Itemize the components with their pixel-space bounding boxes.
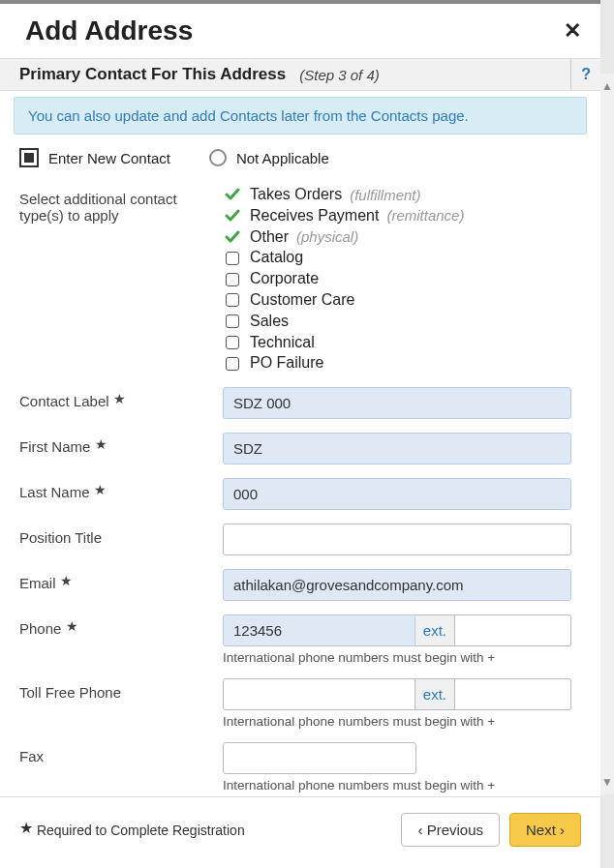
contact-type-note: (fulfillment) — [350, 186, 420, 205]
fax-input[interactable] — [223, 742, 416, 774]
contact-type-item[interactable]: Customer Care — [223, 290, 571, 311]
fax-row: Fax International phone numbers must beg… — [19, 742, 587, 793]
field-label: Position Title — [19, 524, 223, 546]
last-name-input[interactable] — [223, 478, 571, 510]
helper-text: International phone numbers must begin w… — [223, 714, 571, 729]
contact-label-row: Contact Label ★ — [19, 387, 587, 419]
contact-type-item[interactable]: Receives Payment(remittance) — [223, 206, 571, 226]
radio-label: Not Applicable — [236, 150, 329, 166]
contact-type-name: Other — [250, 227, 289, 248]
position-title-row: Position Title — [19, 524, 587, 555]
contact-type-name: Technical — [250, 333, 315, 353]
phone-row: Phone ★ ext. International phone numbers… — [19, 614, 587, 665]
last-name-row: Last Name ★ — [19, 478, 587, 510]
help-icon[interactable]: ? — [570, 59, 591, 90]
contact-type-item[interactable]: Corporate — [223, 269, 571, 289]
modal-title: Add Address — [25, 15, 193, 46]
toll-free-ext-input[interactable] — [455, 678, 571, 710]
checkbox-icon — [223, 293, 242, 307]
contact-label-input[interactable] — [223, 387, 571, 419]
modal-footer: ★ Required to Complete Registration ‹ Pr… — [0, 796, 600, 868]
field-label: Contact Label ★ — [19, 387, 223, 409]
close-icon[interactable]: ✕ — [564, 20, 581, 42]
email-row: Email ★ — [19, 569, 587, 601]
required-note: ★ Required to Complete Registration — [19, 821, 245, 839]
field-label: Fax — [19, 742, 223, 764]
radio-selected-icon — [19, 148, 39, 167]
contact-type-name: Sales — [250, 312, 289, 332]
checkbox-icon — [223, 314, 242, 328]
check-icon — [223, 208, 242, 224]
contact-types-row: Select additional contact type(s) to app… — [19, 185, 587, 374]
section-title: Primary Contact For This Address — [19, 65, 286, 84]
next-button[interactable]: Next › — [509, 813, 581, 847]
first-name-input[interactable] — [223, 433, 571, 464]
field-label: First Name ★ — [19, 433, 223, 455]
toll-free-row: Toll Free Phone ext. International phone… — [19, 678, 587, 729]
field-label: Last Name ★ — [19, 478, 223, 500]
email-input[interactable] — [223, 569, 571, 601]
radio-label: Enter New Contact — [48, 150, 170, 166]
radio-not-applicable[interactable]: Not Applicable — [209, 149, 329, 166]
toll-free-input[interactable] — [223, 678, 415, 710]
contact-type-name: PO Failure — [250, 353, 323, 374]
contact-type-item[interactable]: Other(physical) — [223, 227, 571, 248]
contact-types-label: Select additional contact type(s) to app… — [19, 185, 223, 224]
footer-buttons: ‹ Previous Next › — [401, 813, 581, 847]
contact-type-item[interactable]: Technical — [223, 333, 571, 353]
checkbox-icon — [223, 252, 242, 265]
field-label: Phone ★ — [19, 614, 223, 637]
contact-type-note: (remittance) — [386, 206, 464, 225]
modal-header: Add Address ✕ — [0, 4, 600, 58]
contact-type-item[interactable]: Catalog — [223, 248, 571, 268]
check-icon — [223, 229, 242, 245]
position-title-input[interactable] — [223, 524, 571, 555]
checkbox-icon — [223, 357, 242, 371]
contact-type-name: Corporate — [250, 269, 319, 289]
radio-unselected-icon — [209, 149, 227, 166]
scroll-down-icon[interactable]: ▼ — [601, 775, 613, 789]
scroll-up-icon[interactable]: ▲ — [601, 79, 613, 93]
contact-types-list: Takes Orders(fulfillment)Receives Paymen… — [223, 185, 571, 374]
contact-type-name: Receives Payment — [250, 206, 379, 226]
contact-type-name: Customer Care — [250, 290, 354, 311]
check-icon — [223, 187, 242, 202]
contact-type-name: Takes Orders — [250, 185, 342, 205]
info-banner: You can also update and add Contacts lat… — [14, 97, 587, 135]
ext-label: ext. — [415, 614, 455, 646]
checkbox-icon — [223, 336, 242, 349]
checkbox-icon — [223, 273, 242, 286]
section-header: Primary Contact For This Address (Step 3… — [0, 58, 600, 91]
contact-type-item[interactable]: PO Failure — [223, 353, 571, 374]
contact-type-name: Catalog — [250, 248, 303, 268]
step-indicator: (Step 3 of 4) — [299, 67, 380, 83]
helper-text: International phone numbers must begin w… — [223, 650, 571, 665]
phone-ext-input[interactable] — [455, 614, 571, 646]
helper-text: International phone numbers must begin w… — [223, 778, 571, 793]
contact-mode-radios: Enter New Contact Not Applicable — [19, 144, 587, 185]
scrollbar[interactable]: ▲ ▼ — [600, 74, 614, 794]
phone-input[interactable] — [223, 614, 415, 646]
first-name-row: First Name ★ — [19, 433, 587, 464]
form-body: Enter New Contact Not Applicable Select … — [0, 144, 600, 796]
radio-enter-new-contact[interactable]: Enter New Contact — [19, 148, 170, 167]
ext-label: ext. — [415, 678, 455, 710]
contact-type-note: (physical) — [296, 227, 358, 247]
contact-type-item[interactable]: Sales — [223, 312, 571, 332]
field-label: Toll Free Phone — [19, 678, 223, 701]
field-label: Email ★ — [19, 569, 223, 591]
add-address-modal: Add Address ✕ Primary Contact For This A… — [0, 0, 600, 868]
previous-button[interactable]: ‹ Previous — [401, 813, 500, 847]
contact-type-item[interactable]: Takes Orders(fulfillment) — [223, 185, 571, 205]
